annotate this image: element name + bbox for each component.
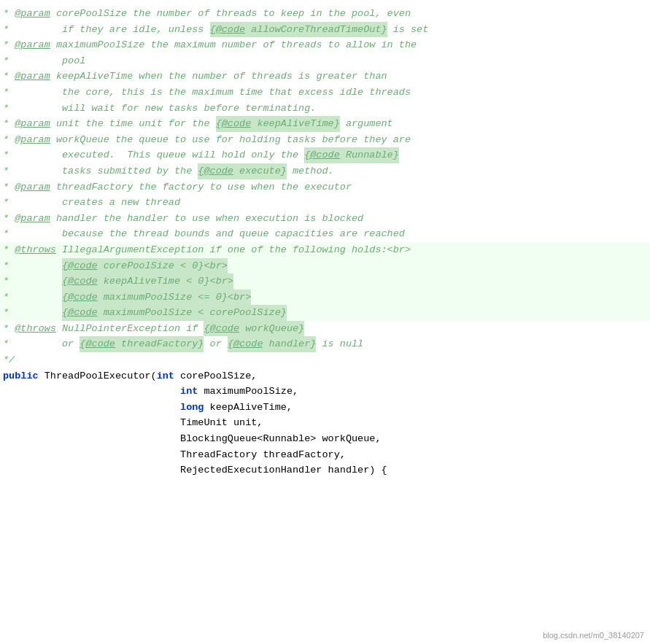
param-tag-text: @param [15,69,50,85]
throws-tag-text: @throws [15,242,56,258]
green-text-text: IllegalArgumentException [56,242,204,258]
code-line: ThreadFactory threadFactory, [0,447,650,463]
normal-text-text: ThreadFactory threadFactory, [3,447,346,463]
code-tag-highlight-text: {@code [62,258,98,274]
code-inline-highlight-text: keepAliveTime < 0}<br> [98,273,233,290]
asterisk-text: */ [3,352,15,368]
code-inline-highlight-text: handler} [263,336,316,352]
asterisk-text: * executed. This queue will hold only th… [3,147,304,163]
asterisk-text: * [3,290,62,306]
code-line: * {@code maximumPoolSize <= 0}<br> [0,290,650,306]
code-tag-highlight-text: {@code [204,321,239,337]
asterisk-text: * [3,321,15,337]
code-line: * @param workQueue the queue to use for … [0,132,650,148]
code-inline-highlight-text: threadFactory} [115,336,204,352]
asterisk-text: * will wait for new tasks before termina… [3,101,316,117]
code-line: * will wait for new tasks before termina… [0,101,650,117]
code-line: * or {@code threadFactory} or {@code han… [0,336,650,352]
asterisk-text: * [3,69,15,85]
keyword-text: long [180,400,204,416]
green-text-text: workQueue [50,132,109,148]
watermark: blog.csdn.net/m0_38140207 [543,629,644,643]
code-line: * the core, this is the maximum time tha… [0,85,650,101]
param-tag-text: @param [15,211,50,227]
asterisk-text: * [3,179,15,195]
green-text-text: or [204,336,227,352]
code-line: * @param corePoolSize the number of thre… [0,6,650,22]
green-text-text: if one of the following holds:<br> [204,242,411,258]
code-inline-highlight-text: keepAliveTime} [251,116,340,132]
normal-text-text [3,384,180,400]
code-container: * @param corePoolSize the number of thre… [0,0,650,644]
param-tag-text: @param [15,116,50,132]
green-text-text: to keep in the pool, even [257,6,411,22]
asterisk-text: * the core, this is the maximum time tha… [3,85,411,101]
green-text-text: is null [316,336,363,352]
green-text-text: method. [287,163,334,179]
code-line: * {@code maximumPoolSize < corePoolSize} [0,305,650,321]
green-text-text: NullPointerException [56,321,180,337]
green-text-text: unit [50,116,80,132]
normal-text-text: RejectedExecutionHandler handler) { [3,462,387,478]
asterisk-text: * or [3,336,80,352]
normal-text-text: maximumPoolSize, [198,384,298,400]
green-text-text: corePoolSize [50,6,127,22]
code-inline-highlight-text: maximumPoolSize <= 0}<br> [98,290,252,306]
code-tag-highlight-text: {@code [198,163,233,179]
code-inline-highlight-text: execute} [233,163,287,179]
asterisk-text: * because the thread bounds and queue ca… [3,226,405,242]
code-line: TimeUnit unit, [0,415,650,431]
code-tag-highlight-text: {@code [62,273,98,290]
param-tag-text: @param [15,132,50,148]
code-line: * @throws IllegalArgumentException if on… [0,242,650,258]
green-text-text: if [180,321,204,337]
code-line: */ [0,352,650,368]
code-tag-highlight-text: {@code [304,147,340,163]
green-text-text: the handler to use when execution is blo… [98,211,364,227]
green-text-text: threadFactory [50,179,133,195]
code-line: long keepAliveTime, [0,400,650,416]
code-line: * @param keepAliveTime when the number o… [0,69,650,85]
code-inline-highlight-text: allowCoreThreadTimeOut} [245,22,387,38]
asterisk-text: * [3,273,62,290]
code-line: * creates a new thread [0,195,650,211]
throws-tag-text: @throws [15,321,56,337]
param-tag-text: @param [15,179,50,195]
code-inline-highlight-text: Runnable} [340,147,399,163]
asterisk-text: * [3,6,15,22]
green-text-text: maximumPoolSize [50,37,145,53]
keyword-text: int [180,384,198,400]
green-text-text: the maximum number of threads to allow i… [144,37,417,53]
asterisk-text: * [3,211,15,227]
code-tag-highlight-text: {@code [62,290,98,306]
code-line: RejectedExecutionHandler handler) { [0,462,650,478]
normal-text-text [3,400,180,416]
asterisk-text: * pool [3,53,85,69]
code-line: * executed. This queue will hold only th… [0,147,650,163]
normal-text-text: keepAliveTime, [204,400,293,416]
normal-text-text: ThreadPoolExecutor( [39,368,157,384]
normal-text-text: BlockingQueue<Runnable> workQueue, [3,431,381,447]
asterisk-text: * [3,37,15,53]
asterisk-text: * if they are idle, unless [3,22,210,38]
code-line: * {@code keepAliveTime < 0}<br> [0,273,650,290]
param-tag-text: @param [15,37,50,53]
code-tag-highlight-text: {@code [210,22,246,38]
asterisk-text: * creates a new thread [3,195,180,211]
param-tag-text: @param [15,6,50,22]
code-tag-highlight-text: {@code [62,305,98,321]
normal-text-text: TimeUnit unit, [3,415,263,431]
green-text-text: when the number of threads is greater th… [133,69,387,85]
code-line: * @param unit the time unit for the {@co… [0,116,650,132]
code-inline-highlight-text: corePoolSize < 0}<br> [98,258,228,274]
keyword-text: public [3,368,39,384]
normal-text-text: corePoolSize, [174,368,257,384]
code-line: * because the thread bounds and queue ca… [0,226,650,242]
asterisk-text: * [3,132,15,148]
green-text-text: the factory to use when the executor [133,179,352,195]
code-inline-highlight-text: maximumPoolSize < corePoolSize} [98,305,287,321]
green-text-text: the time unit for the [80,116,215,132]
keyword-text: int [157,368,174,384]
code-line: * {@code corePoolSize < 0}<br> [0,258,650,274]
green-text-text: the number of [127,6,216,22]
